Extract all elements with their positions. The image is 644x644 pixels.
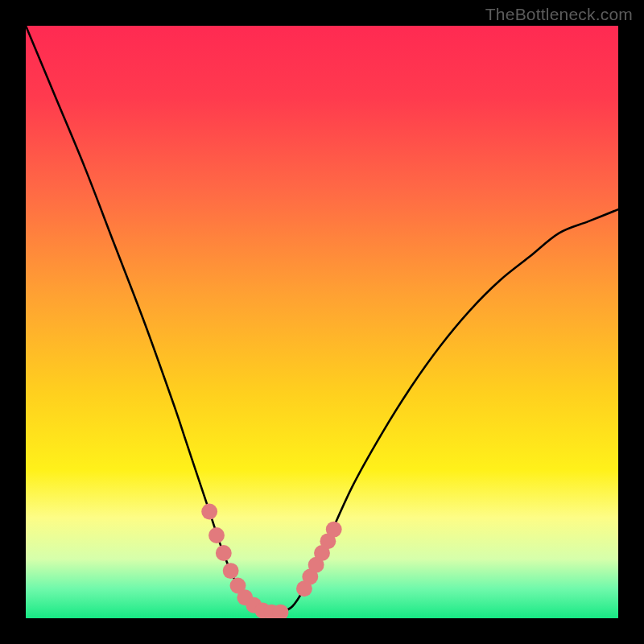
marker-cluster-right <box>296 522 342 597</box>
watermark-text: TheBottleneck.com <box>485 5 633 24</box>
plot-area <box>26 26 618 618</box>
marker-cluster-left <box>201 504 288 618</box>
marker-dot <box>326 522 342 538</box>
marker-dot <box>223 563 239 579</box>
marker-dot <box>201 504 217 520</box>
bottleneck-curve <box>26 26 618 613</box>
marker-dot <box>216 545 232 561</box>
curve-layer <box>26 26 618 618</box>
chart-frame: TheBottleneck.com <box>0 0 644 644</box>
marker-dot <box>208 527 225 543</box>
